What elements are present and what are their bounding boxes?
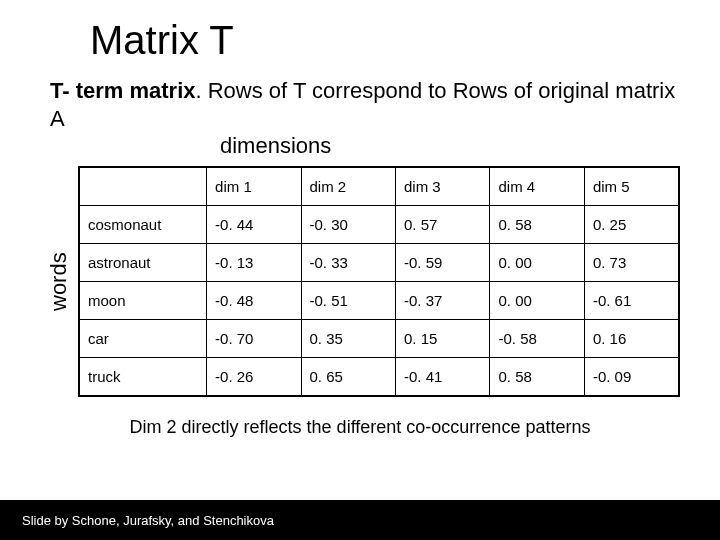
cell: 0. 73 bbox=[584, 243, 679, 281]
table-row: astronaut -0. 13 -0. 33 -0. 59 0. 00 0. … bbox=[79, 243, 679, 281]
matrix-table: dim 1 dim 2 dim 3 dim 4 dim 5 cosmonaut … bbox=[78, 166, 680, 397]
desc-dimensions: dimensions bbox=[220, 132, 680, 160]
cell: 0. 00 bbox=[490, 243, 584, 281]
cell: -0. 44 bbox=[207, 205, 301, 243]
table-row: car -0. 70 0. 35 0. 15 -0. 58 0. 16 bbox=[79, 319, 679, 357]
cell: 0. 58 bbox=[490, 357, 584, 396]
row-label: moon bbox=[79, 281, 207, 319]
cell: -0. 41 bbox=[396, 357, 490, 396]
header-cell: dim 2 bbox=[301, 167, 395, 206]
cell: -0. 33 bbox=[301, 243, 395, 281]
slide-title: Matrix T bbox=[90, 18, 680, 63]
cell: -0. 13 bbox=[207, 243, 301, 281]
row-label: car bbox=[79, 319, 207, 357]
cell: -0. 61 bbox=[584, 281, 679, 319]
cell: -0. 37 bbox=[396, 281, 490, 319]
cell: 0. 25 bbox=[584, 205, 679, 243]
table-row: moon -0. 48 -0. 51 -0. 37 0. 00 -0. 61 bbox=[79, 281, 679, 319]
header-cell: dim 1 bbox=[207, 167, 301, 206]
cell: 0. 00 bbox=[490, 281, 584, 319]
table-row: cosmonaut -0. 44 -0. 30 0. 57 0. 58 0. 2… bbox=[79, 205, 679, 243]
cell: 0. 65 bbox=[301, 357, 395, 396]
header-cell: dim 4 bbox=[490, 167, 584, 206]
cell: -0. 59 bbox=[396, 243, 490, 281]
header-cell bbox=[79, 167, 207, 206]
cell: 0. 16 bbox=[584, 319, 679, 357]
content-row: words dim 1 dim 2 dim 3 dim 4 dim 5 cosm… bbox=[40, 166, 680, 397]
cell: 0. 35 bbox=[301, 319, 395, 357]
footer-bar: Slide by Schone, Jurafsky, and Stenchiko… bbox=[0, 500, 720, 540]
row-label: astronaut bbox=[79, 243, 207, 281]
cell: -0. 09 bbox=[584, 357, 679, 396]
table-header-row: dim 1 dim 2 dim 3 dim 4 dim 5 bbox=[79, 167, 679, 206]
cell: 0. 57 bbox=[396, 205, 490, 243]
words-axis-label: words bbox=[40, 166, 78, 397]
row-label: cosmonaut bbox=[79, 205, 207, 243]
cell: -0. 58 bbox=[490, 319, 584, 357]
cell: 0. 58 bbox=[490, 205, 584, 243]
cell: -0. 51 bbox=[301, 281, 395, 319]
footer-text: Slide by Schone, Jurafsky, and Stenchiko… bbox=[22, 513, 274, 528]
cell: -0. 70 bbox=[207, 319, 301, 357]
cell: -0. 30 bbox=[301, 205, 395, 243]
cell: 0. 15 bbox=[396, 319, 490, 357]
table-row: truck -0. 26 0. 65 -0. 41 0. 58 -0. 09 bbox=[79, 357, 679, 396]
cell: -0. 48 bbox=[207, 281, 301, 319]
slide: Matrix T T- term matrix. Rows of T corre… bbox=[0, 0, 720, 540]
cell: -0. 26 bbox=[207, 357, 301, 396]
header-cell: dim 3 bbox=[396, 167, 490, 206]
slide-note: Dim 2 directly reflects the different co… bbox=[40, 417, 680, 438]
row-label: truck bbox=[79, 357, 207, 396]
slide-description: T- term matrix. Rows of T correspond to … bbox=[50, 77, 680, 160]
desc-bold: T- term matrix bbox=[50, 78, 196, 103]
header-cell: dim 5 bbox=[584, 167, 679, 206]
